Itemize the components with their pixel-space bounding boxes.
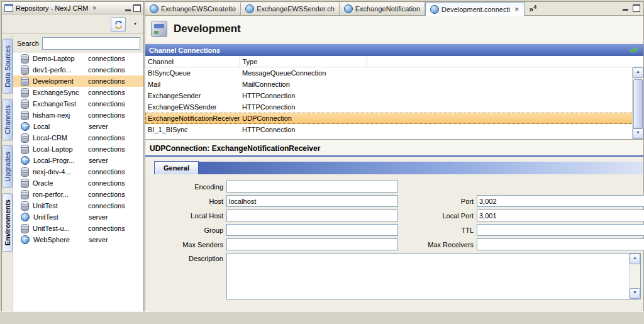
item-type: server — [89, 236, 108, 243]
sync-button[interactable] — [111, 17, 126, 32]
column-header-blank[interactable] — [367, 56, 643, 67]
channel-row-exchangenotificationreceiver[interactable]: ExchangeNotificationReceiverUDPConnectio… — [145, 113, 643, 124]
type-cell: MessageQueueConnection — [240, 67, 367, 79]
item-name: dev1-perfo... — [33, 66, 88, 74]
vertical-tab-data-sources[interactable]: Data Sources — [3, 39, 13, 94]
type-cell: MailConnection — [240, 79, 367, 90]
channel-row-bisyncqueue[interactable]: BISyncQueueMessageQueueConnection — [145, 67, 643, 79]
item-type: connections — [88, 134, 125, 142]
group-input[interactable] — [226, 224, 398, 236]
scroll-up-icon[interactable]: ▲ — [633, 67, 643, 78]
repo-item-demo-laptop[interactable]: Demo-Laptopconnections — [13, 53, 143, 64]
repo-item-local[interactable]: Localserver — [13, 121, 143, 132]
item-type: connections — [88, 100, 125, 108]
repo-item-local-progr[interactable]: Local-Progr...server — [13, 155, 143, 166]
column-header-type[interactable]: Type — [240, 56, 367, 67]
tab-label: Development.connecti — [441, 6, 510, 13]
repo-item-hisham-nexj[interactable]: hisham-nexjconnections — [13, 109, 143, 121]
repo-item-nexj-dev-4[interactable]: nexj-dev-4...connections — [13, 166, 143, 177]
table-header-row: ChannelType — [145, 56, 643, 67]
scrollbar-track[interactable] — [633, 78, 643, 128]
repository-view: Repository - NexJ CRM ✕ ▼ Data SourcesCh… — [1, 1, 144, 312]
repo-item-oracle[interactable]: Oracleconnections — [13, 177, 143, 189]
item-name: ExchangeTest — [33, 100, 88, 108]
blank-cell — [367, 113, 643, 124]
detail-tabstrip: General — [145, 161, 643, 174]
max-receivers-input[interactable] — [477, 238, 644, 250]
ttl-input[interactable] — [477, 224, 644, 236]
item-name: Development — [33, 77, 88, 85]
item-type: connections — [88, 66, 125, 74]
repo-item-local-laptop[interactable]: Local-Laptopconnections — [13, 143, 143, 155]
item-type: connections — [88, 179, 125, 187]
editor-tab-exchangenotification[interactable]: ExchangeNotification — [340, 3, 425, 15]
editor-tab-development-connecti[interactable]: Development.connecti✕ — [425, 2, 524, 16]
channel-row-exchangesender[interactable]: ExchangeSenderHTTPConnection — [145, 90, 643, 101]
description-textarea[interactable]: ▲ ▼ — [226, 253, 641, 299]
repo-item-unittest[interactable]: UnitTestserver — [13, 211, 143, 223]
scroll-up-icon[interactable]: ▲ — [630, 254, 640, 264]
close-icon[interactable]: ✕ — [92, 5, 97, 11]
max-senders-input[interactable] — [226, 238, 398, 250]
status-bar — [0, 311, 644, 324]
repo-item-local-crm[interactable]: Local-CRMconnections — [13, 132, 143, 143]
repo-item-development[interactable]: Developmentconnections — [13, 75, 143, 87]
local-host-input[interactable] — [226, 209, 398, 221]
minimize-icon[interactable] — [125, 9, 131, 11]
search-input[interactable] — [42, 37, 140, 50]
editor-window-buttons — [623, 4, 640, 12]
channel-row-exchangeewssender[interactable]: ExchangeEWSSenderHTTPConnection — [145, 101, 643, 113]
repo-item-websphere[interactable]: WebSphereserver — [13, 234, 143, 245]
repo-item-unittest[interactable]: UnitTestconnections — [13, 200, 143, 211]
repo-item-dev1-perfo[interactable]: dev1-perfo...connections — [13, 64, 143, 75]
repo-item-exchangesync[interactable]: ExchangeSyncconnections — [13, 87, 143, 98]
editor-tab-exchangeewscreateite[interactable]: ExchangeEWSCreateIte — [145, 3, 241, 15]
repo-item-unittest-u[interactable]: UnitTest-u...connections — [13, 223, 143, 234]
encoding-input[interactable] — [226, 181, 398, 193]
globe-icon — [21, 235, 30, 244]
item-name: WebSphere — [33, 236, 89, 243]
local-port-input[interactable] — [477, 209, 644, 221]
general-form: EncodingHostPortLocal HostLocal PortGrou… — [145, 174, 643, 311]
vertical-tab-upgrades[interactable]: Upgrades — [3, 145, 13, 188]
max-receivers-label: Max Receivers — [398, 241, 477, 249]
section-title: Channel Connections — [149, 47, 220, 54]
column-header-channel[interactable]: Channel — [145, 56, 240, 67]
page-title: Development — [174, 23, 241, 35]
host-label: Host — [149, 198, 226, 205]
local-port-label: Local Port — [398, 212, 477, 220]
view-menu-icon[interactable]: ▼ — [133, 22, 137, 26]
port-input[interactable] — [477, 195, 644, 207]
vertical-tab-channels[interactable]: Channels — [3, 99, 13, 140]
globe-icon — [21, 156, 30, 165]
table-scrollbar[interactable]: ▲ ▼ — [632, 67, 643, 139]
editor-tab-exchangeewssender-ch[interactable]: ExchangeEWSSender.ch — [241, 3, 340, 15]
repo-item-exchangetest[interactable]: ExchangeTestconnections — [13, 98, 143, 109]
close-icon[interactable]: ✕ — [514, 6, 519, 13]
blank-cell — [367, 67, 643, 79]
tab-general[interactable]: General — [154, 161, 199, 174]
host-input[interactable] — [226, 195, 398, 207]
channel-cell: Mail — [145, 79, 240, 90]
repo-item-ron-perfor[interactable]: ron-perfor...connections — [13, 189, 143, 200]
scrollbar-thumb[interactable] — [633, 79, 643, 128]
database-icon — [21, 133, 29, 143]
maximize-icon[interactable] — [133, 4, 141, 12]
minimize-icon[interactable] — [623, 9, 628, 11]
repository-content: Search Demo-Laptopconnectionsdev1-perfo.… — [13, 34, 143, 311]
connections-table: ChannelType BISyncQueueMessageQueueConne… — [145, 56, 643, 135]
database-icon — [21, 88, 29, 98]
channel-row-mail[interactable]: MailMailConnection — [145, 79, 643, 90]
encoding-label: Encoding — [149, 183, 226, 191]
description-scrollbar[interactable]: ▲ ▼ — [629, 254, 640, 299]
channel-row-bi-1-bisync[interactable]: BI_1_BISyncHTTPConnection — [145, 124, 643, 135]
database-icon — [21, 54, 29, 64]
vertical-tab-environments[interactable]: Environments — [3, 193, 13, 252]
form-row: Local HostLocal Port — [149, 208, 643, 223]
channel-cell: ExchangeEWSSender — [145, 101, 240, 113]
scroll-down-icon[interactable]: ▼ — [630, 288, 640, 299]
more-tabs-chevron[interactable]: »4 — [530, 4, 537, 14]
maximize-icon[interactable] — [633, 4, 640, 12]
repository-view-title: Repository - NexJ CRM — [16, 4, 89, 12]
scroll-down-icon[interactable]: ▼ — [633, 128, 643, 139]
